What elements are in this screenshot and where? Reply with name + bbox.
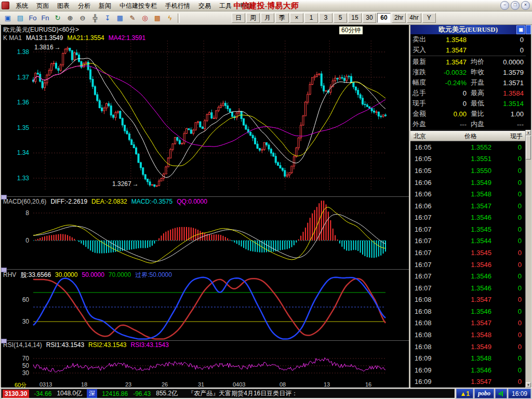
period-button-×[interactable]: ×: [290, 13, 303, 23]
tick-price: 1.3547: [440, 319, 506, 327]
panel-divider[interactable]: [1, 196, 409, 197]
splitter-handle[interactable]: [1, 339, 7, 343]
x-tick: 0313: [39, 381, 52, 388]
blocks-icon[interactable]: ▩: [152, 13, 163, 23]
tick-row[interactable]: 16:051.35500: [410, 165, 526, 177]
menu-item-6[interactable]: 中信建投专栏: [115, 1, 161, 11]
period-button-Y[interactable]: Y: [422, 13, 436, 23]
splitter-handle[interactable]: [1, 268, 7, 272]
minimize-button[interactable]: −: [500, 1, 509, 10]
tick-row[interactable]: 16:071.35450: [410, 223, 526, 235]
stat-row[interactable]: 最新1.3547均价0.0000: [410, 57, 526, 67]
tick-row[interactable]: 16:061.35470: [410, 200, 526, 212]
period-button-日[interactable]: 日: [232, 13, 245, 23]
period-button-月[interactable]: 月: [261, 13, 274, 23]
tick-row[interactable]: 16:061.35490: [410, 177, 526, 189]
menu-item-9[interactable]: 工具: [215, 1, 236, 11]
stat-row[interactable]: 外盘---内盘---: [410, 119, 526, 129]
maximize-button[interactable]: □: [511, 1, 520, 10]
period-button-1[interactable]: 1: [304, 13, 318, 23]
quote-row-买入[interactable]: 买入1.35470: [410, 45, 526, 55]
period-button-周[interactable]: 周: [246, 13, 260, 23]
tick-row[interactable]: 16:071.35440: [410, 235, 526, 247]
tick-row[interactable]: 16:071.35450: [410, 247, 526, 259]
panel-collapse-button[interactable]: [526, 25, 531, 34]
period-button-4hr[interactable]: 4hr: [407, 13, 421, 23]
stat-label: 量比: [471, 109, 494, 118]
menu-item-7[interactable]: 手机行情: [161, 1, 194, 11]
quote-row-卖出[interactable]: 卖出1.35480: [410, 34, 526, 45]
tick-row[interactable]: 16:071.35460: [410, 211, 526, 223]
menu-item-4[interactable]: 分析: [74, 1, 95, 11]
period-button-2hr[interactable]: 2hr: [392, 13, 406, 23]
ticks-col-volume[interactable]: 现手: [502, 132, 523, 141]
period-button-15[interactable]: 15: [348, 13, 362, 23]
fn-icon[interactable]: Fn: [39, 13, 51, 23]
zoom-out-icon[interactable]: ⊖: [77, 13, 88, 23]
table-icon[interactable]: ▦: [114, 13, 126, 23]
draw-icon[interactable]: ✎: [127, 13, 138, 23]
export-icon[interactable]: ↧: [102, 13, 113, 23]
stat-row[interactable]: 幅度-0.24%开盘1.3571: [410, 77, 526, 88]
tick-price: 1.3546: [440, 308, 506, 315]
tick-row[interactable]: 16:081.35460: [410, 305, 526, 317]
page-icon[interactable]: ▣: [2, 13, 14, 23]
cascade-icon[interactable]: ▤: [15, 13, 26, 23]
alert-badge[interactable]: ▲1: [456, 389, 473, 398]
tick-volume: 0: [506, 261, 522, 269]
tick-row[interactable]: 16:061.35480: [410, 188, 526, 200]
tick-row[interactable]: 16:071.35460: [410, 270, 526, 282]
tick-row[interactable]: 16:081.35490: [410, 341, 526, 353]
panel-divider[interactable]: [1, 269, 409, 270]
rhv-chart[interactable]: [1, 270, 409, 340]
tick-row[interactable]: 16:091.35470: [410, 376, 526, 388]
fo-icon[interactable]: Fo: [27, 13, 38, 23]
menu-item-5[interactable]: 新闻: [95, 1, 115, 11]
period-button-60[interactable]: 60: [377, 13, 391, 23]
zoom-in-icon[interactable]: ⊕: [64, 13, 76, 23]
panel-divider[interactable]: [1, 340, 409, 341]
tick-row[interactable]: 16:081.35470: [410, 317, 526, 329]
tick-row[interactable]: 16:051.35510: [410, 153, 526, 165]
tick-row[interactable]: 16:071.35460: [410, 259, 526, 271]
legend-item: MA42:1.3591: [109, 34, 145, 42]
period-button-季[interactable]: 季: [275, 13, 289, 23]
tick-row[interactable]: 16:071.35460: [410, 282, 526, 294]
quote-panel-button[interactable]: ▣: [516, 25, 525, 34]
kline-chart[interactable]: [1, 33, 409, 196]
alarm-icon[interactable]: ◎: [139, 13, 151, 23]
chart-area[interactable]: 欧元美元(EURUSD)<60分> K MA1MA13:1.3549MA21:1…: [1, 25, 409, 388]
period-button-3[interactable]: 3: [319, 13, 332, 23]
tick-row[interactable]: 16:051.35520: [410, 141, 526, 153]
period-button-5[interactable]: 5: [334, 13, 347, 23]
tick-scrollbar[interactable]: ▲ ▼: [525, 130, 531, 388]
close-button[interactable]: ×: [521, 1, 530, 10]
crosshair-icon[interactable]: ╬: [89, 13, 101, 23]
stat-row[interactable]: 涨跌-0.0032昨收1.3579: [410, 67, 526, 77]
tick-price: 1.3546: [440, 272, 506, 280]
scroll-thumb[interactable]: [526, 136, 531, 159]
ticks-col-price[interactable]: 价格: [440, 132, 502, 141]
ticks-col-time[interactable]: 北京: [414, 132, 440, 141]
refresh-icon[interactable]: ↻: [52, 13, 63, 23]
quote-volume: 0: [467, 36, 524, 44]
menu-item-10[interactable]: 帮助: [236, 1, 257, 11]
splitter-handle[interactable]: [1, 195, 7, 200]
tick-row[interactable]: 16:091.35460: [410, 364, 526, 376]
period-button-30[interactable]: 30: [363, 13, 376, 23]
tick-row[interactable]: 16:091.35480: [410, 352, 526, 364]
menu-item-3[interactable]: 图表: [53, 1, 74, 11]
news-ticker[interactable]: 『农产品』天富期货4月16日豆类日评：: [188, 389, 298, 398]
stat-row[interactable]: 现手0最低1.3514: [410, 98, 526, 109]
menu-item-2[interactable]: 页面: [32, 1, 53, 11]
macd-chart[interactable]: [1, 197, 409, 269]
stat-row[interactable]: 金额0.00量比1.00: [410, 109, 526, 119]
menu-item-1[interactable]: 系统: [11, 1, 32, 11]
scroll-up-arrow[interactable]: ▲: [526, 130, 531, 135]
tick-row[interactable]: 16:081.35470: [410, 294, 526, 306]
scroll-down-arrow[interactable]: ▼: [526, 382, 531, 388]
stat-row[interactable]: 总手0最高1.3584: [410, 88, 526, 98]
tick-row[interactable]: 16:081.35480: [410, 329, 526, 341]
menu-item-8[interactable]: 交易: [194, 1, 215, 11]
lightning-icon[interactable]: ϟ: [164, 13, 176, 23]
